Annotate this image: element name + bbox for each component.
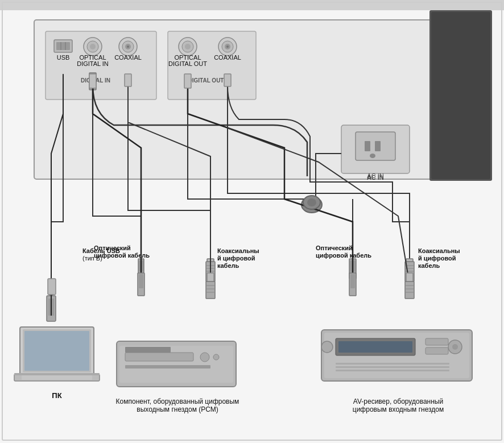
svg-text:COAXIAL: COAXIAL — [214, 54, 241, 61]
svg-point-74 — [213, 354, 219, 360]
svg-text:DIGITAL IN: DIGITAL IN — [77, 60, 109, 67]
svg-text:Оптический: Оптический — [94, 245, 131, 251]
svg-text:выходным гнездом (РСМ): выходным гнездом (РСМ) — [137, 405, 218, 413]
svg-point-28 — [226, 45, 229, 48]
svg-rect-107 — [48, 279, 56, 295]
svg-text:Компонент, оборудованный цифро: Компонент, оборудованный цифровым — [116, 398, 239, 405]
svg-point-83 — [321, 341, 333, 353]
svg-text:цифровым входным гнездом: цифровым входным гнездом — [353, 405, 444, 413]
svg-text:COAXIAL: COAXIAL — [114, 54, 142, 61]
svg-rect-110 — [125, 74, 131, 86]
svg-rect-7 — [56, 42, 70, 50]
svg-text:й цифровой: й цифровой — [418, 255, 456, 262]
svg-point-128 — [307, 198, 316, 206]
svg-rect-113 — [139, 274, 143, 288]
svg-text:цифровой кабель: цифровой кабель — [316, 252, 371, 259]
svg-rect-108 — [89, 74, 96, 88]
svg-point-73 — [200, 353, 209, 362]
svg-point-24 — [185, 44, 191, 49]
svg-text:кабель: кабель — [418, 262, 440, 269]
svg-rect-72 — [125, 353, 193, 361]
svg-text:Коаксиальны: Коаксиальны — [217, 247, 259, 254]
svg-text:DIGITAL OUT: DIGITAL OUT — [188, 77, 224, 84]
svg-rect-89 — [336, 366, 449, 368]
svg-rect-34 — [365, 141, 370, 151]
diagram-container: USB OPTICAL DIGITAL IN COAXIAL OPTICAL D… — [0, 0, 504, 443]
svg-rect-87 — [425, 347, 448, 354]
svg-text:USB: USB — [57, 54, 70, 61]
svg-rect-115 — [206, 281, 215, 299]
svg-rect-1 — [0, 0, 504, 10]
svg-rect-109 — [184, 74, 191, 88]
svg-point-36 — [370, 154, 375, 158]
svg-point-16 — [127, 45, 129, 48]
svg-rect-122 — [405, 281, 414, 299]
svg-rect-86 — [425, 338, 448, 345]
svg-rect-65 — [24, 331, 89, 371]
svg-rect-4 — [431, 12, 490, 179]
svg-rect-76 — [125, 347, 171, 353]
svg-rect-68 — [14, 373, 100, 375]
svg-rect-75 — [125, 365, 210, 369]
svg-text:кабель: кабель — [217, 262, 239, 269]
svg-rect-35 — [375, 141, 381, 151]
svg-rect-111 — [224, 74, 231, 86]
svg-point-12 — [90, 44, 96, 49]
svg-rect-82 — [338, 341, 412, 353]
svg-rect-120 — [350, 274, 355, 288]
svg-rect-88 — [336, 363, 449, 365]
svg-text:ПК: ПК — [52, 391, 61, 400]
svg-text:Оптический: Оптический — [316, 245, 353, 251]
svg-text:AC IN: AC IN — [367, 172, 383, 179]
svg-rect-67 — [22, 375, 92, 380]
svg-text:й цифровой: й цифровой — [217, 255, 255, 262]
svg-text:DIGITAL OUT: DIGITAL OUT — [168, 60, 207, 67]
svg-text:AV-ресивер, оборудованный: AV-ресивер, оборудованный — [353, 398, 443, 405]
svg-point-85 — [452, 344, 458, 350]
svg-text:Коаксиальны: Коаксиальны — [418, 247, 460, 254]
svg-rect-90 — [336, 370, 449, 371]
